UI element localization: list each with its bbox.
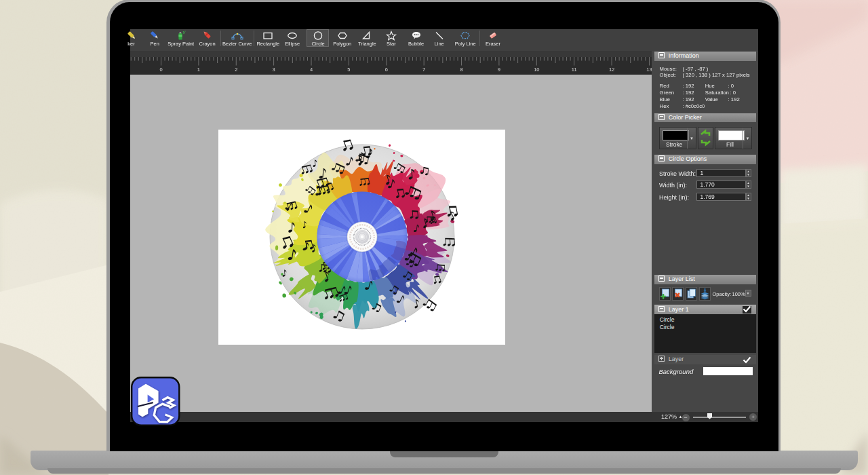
svg-text:12: 12 [608, 66, 614, 73]
svg-text:2: 2 [235, 66, 237, 73]
svg-text:8: 8 [460, 66, 462, 73]
svg-text:0: 0 [159, 66, 162, 73]
svg-text:1: 1 [197, 66, 199, 73]
svg-text:11: 11 [571, 66, 576, 73]
svg-text:10: 10 [534, 66, 539, 73]
svg-text:9: 9 [497, 66, 500, 73]
svg-text:13: 13 [646, 66, 652, 73]
svg-text:5: 5 [347, 66, 350, 73]
svg-text:6: 6 [384, 66, 387, 73]
svg-text:3: 3 [272, 66, 275, 73]
svg-text:4: 4 [309, 66, 312, 73]
svg-text:7: 7 [422, 66, 425, 73]
